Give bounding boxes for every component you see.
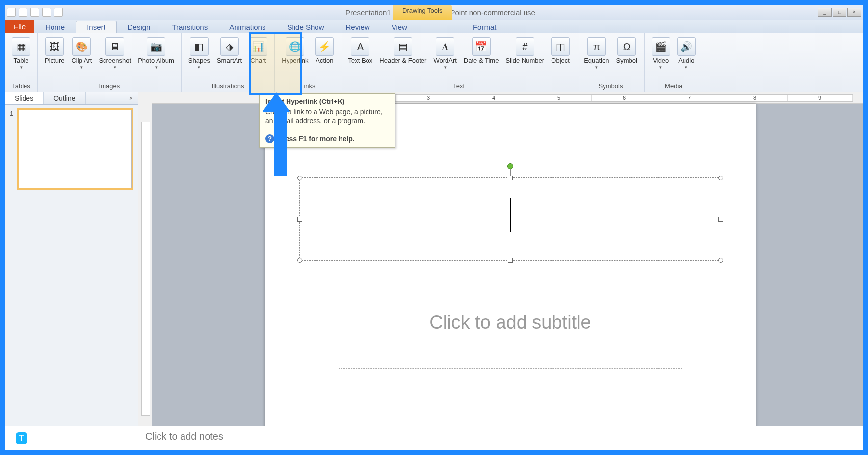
ruler-mark: 7	[657, 95, 722, 101]
resize-handle-s[interactable]	[508, 258, 513, 263]
ppt-icon[interactable]	[7, 8, 16, 17]
notes-pane[interactable]: Click to add notes	[138, 426, 863, 450]
equation-dropdown-arrow[interactable]: ▾	[595, 65, 598, 70]
subtitle-placeholder-text: Click to add subtitle	[429, 312, 591, 333]
tab-transitions[interactable]: Transitions	[161, 21, 218, 33]
clip-art-button[interactable]: 🎨Clip Art▾	[68, 35, 95, 72]
slide-number-button[interactable]: #Slide Number	[502, 35, 547, 66]
hyperlink-button[interactable]: 🌐Hyperlink	[279, 35, 311, 66]
wordart-dropdown-arrow[interactable]: ▾	[444, 65, 447, 70]
wordart-label: WordArt	[433, 57, 456, 64]
panel-close-button[interactable]: ×	[124, 92, 138, 104]
rotation-handle[interactable]	[507, 163, 513, 169]
group-label-media: Media	[649, 81, 699, 92]
smartart-icon: ⬗	[220, 37, 239, 56]
ruler-mark: 6	[592, 95, 657, 101]
redo-icon[interactable]	[42, 8, 51, 17]
shapes-dropdown-arrow[interactable]: ▾	[198, 65, 200, 70]
video-dropdown-arrow[interactable]: ▾	[659, 65, 662, 70]
photo-album-button[interactable]: 📷Photo Album▾	[135, 35, 177, 72]
tab-format[interactable]: Format	[462, 21, 507, 33]
screenshot-label: Screenshot	[99, 57, 131, 64]
text-box-button[interactable]: AText Box	[345, 35, 375, 66]
text-cursor	[510, 198, 511, 232]
resize-handle-w[interactable]	[297, 217, 302, 222]
photo-album-dropdown-arrow[interactable]: ▾	[155, 65, 158, 70]
maximize-button[interactable]: □	[833, 8, 846, 17]
group-tables: ▦Table▾Tables	[5, 33, 38, 92]
resize-handle-se[interactable]	[718, 258, 723, 263]
ruler-mark: 3	[396, 95, 461, 101]
audio-dropdown-arrow[interactable]: ▾	[685, 65, 687, 70]
chart-icon: 📊	[249, 37, 267, 56]
equation-button[interactable]: πEquation▾	[581, 35, 612, 72]
tab-home[interactable]: Home	[34, 21, 76, 33]
video-label: Video	[653, 57, 669, 64]
table-dropdown-arrow[interactable]: ▾	[20, 65, 23, 70]
slide-number-icon: #	[516, 37, 534, 56]
table-button[interactable]: ▦Table▾	[9, 35, 33, 72]
panel-tab-slides[interactable]: Slides	[5, 92, 44, 104]
subtitle-placeholder[interactable]: Click to add subtitle	[339, 276, 682, 369]
group-images: 🖼Picture🎨Clip Art▾🖥Screenshot▾📷Photo Alb…	[38, 33, 182, 92]
minimize-button[interactable]: _	[818, 8, 832, 17]
close-button[interactable]: ×	[847, 8, 861, 17]
resize-handle-sw[interactable]	[297, 258, 302, 263]
tab-design[interactable]: Design	[117, 21, 161, 33]
qat-customize-icon[interactable]	[54, 8, 63, 17]
file-tab[interactable]: File	[5, 20, 34, 33]
resize-handle-n[interactable]	[508, 176, 513, 180]
ruler-mark: 4	[461, 95, 526, 101]
tab-insert[interactable]: Insert	[76, 21, 117, 33]
group-illustrations: ◧Shapes▾⬗SmartArt📊ChartIllustrations	[182, 33, 275, 92]
object-icon: ◫	[551, 37, 570, 56]
group-label-links: Links	[279, 81, 337, 92]
panel-tab-outline[interactable]: Outline	[44, 92, 85, 104]
smartart-label: SmartArt	[217, 57, 242, 64]
watermark-text: TEMPLATE.NET	[31, 433, 105, 444]
tab-animations[interactable]: Animations	[218, 21, 276, 33]
chart-button[interactable]: 📊Chart	[246, 35, 270, 66]
resize-handle-e[interactable]	[718, 217, 723, 222]
audio-button[interactable]: 🔊Audio▾	[674, 35, 699, 72]
tab-view[interactable]: View	[381, 21, 418, 33]
date-time-button[interactable]: 📅Date & Time	[461, 35, 502, 66]
header-footer-icon: ▤	[394, 37, 412, 56]
table-label: Table	[13, 57, 28, 64]
group-media: 🎬Video▾🔊Audio▾Media	[645, 33, 703, 92]
clip-art-dropdown-arrow[interactable]: ▾	[80, 65, 83, 70]
title-placeholder[interactable]	[299, 177, 721, 261]
notes-placeholder: Click to add notes	[145, 431, 223, 442]
object-button[interactable]: ◫Object	[548, 35, 573, 66]
resize-handle-nw[interactable]	[297, 176, 302, 180]
template-logo-icon: T	[16, 432, 27, 444]
slide-thumbnail-1[interactable]	[19, 110, 132, 188]
symbol-button[interactable]: ΩSymbol	[613, 35, 640, 66]
photo-album-icon: 📷	[147, 37, 165, 56]
action-button[interactable]: ⚡Action	[312, 35, 337, 66]
undo-icon[interactable]	[30, 8, 39, 17]
screenshot-icon: 🖥	[105, 37, 124, 56]
wordart-button[interactable]: 𝐀WordArt▾	[430, 35, 459, 72]
picture-icon: 🖼	[45, 37, 64, 56]
smartart-button[interactable]: ⬗SmartArt	[214, 35, 245, 66]
tab-slide-show[interactable]: Slide Show	[276, 21, 335, 33]
save-icon[interactable]	[19, 8, 27, 17]
action-icon: ⚡	[315, 37, 334, 56]
group-label-text: Text	[345, 81, 573, 92]
header-footer-button[interactable]: ▤Header & Footer	[376, 35, 429, 66]
video-button[interactable]: 🎬Video▾	[649, 35, 673, 72]
group-symbols: πEquation▾ΩSymbolSymbols	[577, 33, 645, 92]
resize-handle-ne[interactable]	[718, 176, 723, 180]
equation-icon: π	[587, 37, 606, 56]
slide-canvas[interactable]: Click to add subtitle	[265, 104, 756, 437]
ruler-mark: 5	[526, 95, 592, 101]
screenshot-dropdown-arrow[interactable]: ▾	[114, 65, 116, 70]
slide-thumbnails: 1	[5, 105, 138, 195]
picture-button[interactable]: 🖼Picture	[42, 35, 67, 66]
shapes-button[interactable]: ◧Shapes▾	[185, 35, 213, 72]
screenshot-button[interactable]: 🖥Screenshot▾	[96, 35, 134, 72]
tab-review[interactable]: Review	[335, 21, 380, 33]
action-label: Action	[316, 57, 333, 64]
text-box-icon: A	[351, 37, 369, 56]
